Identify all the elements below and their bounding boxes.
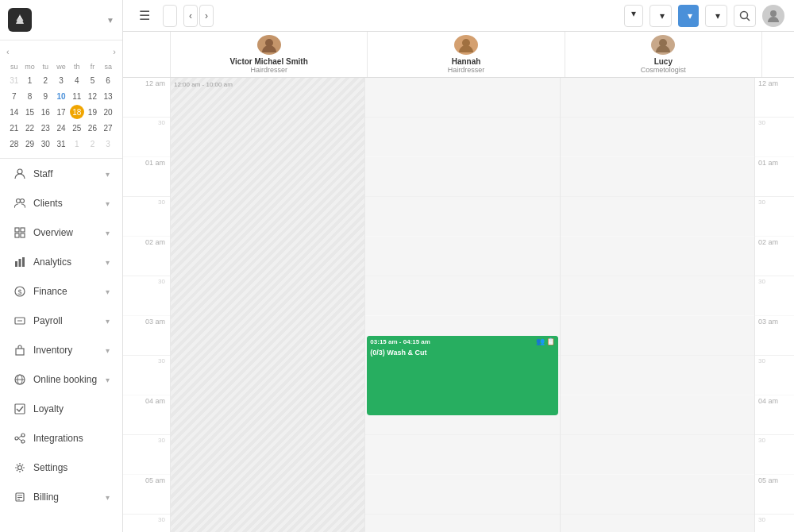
grid-half-cell [365, 435, 559, 475]
sidebar-item-online-booking[interactable]: Online booking ▾ [3, 365, 119, 394]
right-hour-row: 02 am [755, 237, 794, 276]
sidebar-item-label: Billing [33, 492, 99, 503]
menu-button[interactable]: ☰ [133, 5, 156, 27]
calendar-day[interactable]: 4 [70, 73, 84, 87]
calendar-today[interactable]: 18 [70, 105, 84, 119]
calendar-day[interactable]: 15 [23, 105, 37, 119]
right-half-row: 30 [755, 356, 794, 395]
svg-point-31 [770, 10, 777, 17]
calendar-day[interactable]: 10 [54, 89, 68, 103]
calendar-day[interactable]: 27 [101, 121, 115, 135]
svg-point-1 [17, 199, 21, 203]
grid-col-lucy[interactable] [561, 78, 754, 532]
half-label: 30 [123, 119, 170, 126]
svg-point-24 [18, 466, 22, 470]
grid-hour-cell [561, 157, 754, 197]
calendar-day[interactable]: 30 [38, 137, 52, 151]
day-dropdown[interactable]: ▾ [649, 5, 672, 27]
staff-col-lucy: Lucy Cosmetologist [565, 32, 762, 77]
appointment[interactable]: 03:15 am - 04:15 am 👥 📋 (0/3) Wash & Cut [367, 336, 557, 415]
sidebar-item-label: Integrations [33, 433, 110, 444]
calendar-day[interactable]: 1 [23, 73, 37, 87]
calendar-day[interactable]: 28 [7, 137, 21, 151]
user-avatar[interactable] [762, 5, 784, 27]
budget-dropdown[interactable]: ▾ [624, 5, 643, 27]
logo-icon [8, 8, 32, 32]
calendar-day[interactable]: 5 [85, 73, 99, 87]
sidebar-item-staff[interactable]: Staff ▾ [3, 160, 119, 188]
right-hour-label: 05 am [755, 476, 794, 484]
sidebar-item-loyalty[interactable]: Loyalty [3, 395, 119, 423]
calendar-day[interactable]: 6 [101, 73, 115, 87]
calendar-day[interactable]: 1 [70, 137, 84, 151]
sidebar-item-clients[interactable]: Clients ▾ [3, 189, 119, 218]
hour-row: 01 am [123, 157, 170, 197]
calendar-day[interactable]: 25 [70, 121, 84, 135]
calendar-day[interactable]: 9 [38, 89, 52, 103]
search-button[interactable] [734, 5, 756, 27]
week-dropdown[interactable]: ▾ [705, 5, 727, 27]
sidebar-item-inventory[interactable]: Inventory ▾ [3, 336, 119, 364]
staff-icon [13, 167, 27, 181]
sidebar-item-overview[interactable]: Overview ▾ [3, 218, 119, 247]
today-button[interactable] [163, 5, 177, 27]
calendar-day[interactable]: 13 [101, 89, 115, 103]
calendar-day[interactable]: 2 [85, 137, 99, 151]
calendar-day[interactable]: 21 [7, 121, 21, 135]
right-time-row: 03 am 30 [755, 316, 794, 395]
sidebar-item-billing[interactable]: Billing ▾ [3, 483, 119, 511]
calendar-day[interactable]: 20 [101, 105, 115, 119]
calendar-day[interactable]: 29 [23, 137, 37, 151]
calendar-day[interactable]: 3 [101, 137, 115, 151]
grid-hour-cell [561, 395, 754, 435]
sidebar-item-label: Loyalty [33, 403, 110, 414]
prev-date-button[interactable]: ‹ [183, 5, 198, 27]
calendar-day[interactable]: 16 [38, 105, 52, 119]
calendar-grid: su mo tu we th fr sa 31 1 2 3 4 5 6 7 8 … [6, 61, 116, 152]
grid-col-hannah[interactable]: 03:15 am - 04:15 am 👥 📋 (0/3) Wash & Cut… [365, 78, 560, 532]
sidebar-item-payroll[interactable]: Payroll ▾ [3, 306, 119, 335]
sidebar-item-label: Settings [33, 462, 110, 473]
calendar-day[interactable]: 7 [7, 89, 21, 103]
prev-month-button[interactable]: ‹ [6, 47, 10, 56]
calendar-day[interactable]: 26 [85, 121, 99, 135]
grid-half-cell [561, 435, 754, 475]
calendar-day[interactable]: 31 [54, 137, 68, 151]
staff-col-victor: Victor Michael Smith Hairdresser [171, 32, 368, 77]
app-logo[interactable]: ▼ [0, 0, 122, 40]
calendar-day[interactable]: 31 [7, 73, 21, 87]
sidebar-item-integrations[interactable]: Integrations [3, 424, 119, 453]
sidebar-item-settings[interactable]: Settings [3, 453, 119, 482]
positions-dropdown[interactable]: ▾ [678, 5, 699, 27]
time-row: 03 am 30 [123, 316, 170, 395]
calendar-day[interactable]: 23 [38, 121, 52, 135]
calendar-day[interactable]: 11 [70, 89, 84, 103]
online-booking-chevron-icon: ▾ [106, 376, 110, 384]
svg-point-19 [15, 437, 18, 440]
sidebar-item-finance[interactable]: $ Finance ▾ [3, 277, 119, 306]
calendar-day[interactable]: 8 [23, 89, 37, 103]
finance-chevron-icon: ▾ [106, 287, 110, 296]
grid-col-victor[interactable]: 12:00 am - 10:00 am [171, 78, 365, 532]
calendar-day[interactable]: 12 [85, 89, 99, 103]
next-date-button[interactable]: › [199, 5, 214, 27]
sidebar-item-label: Finance [33, 286, 99, 297]
staff-header: Victor Michael Smith Hairdresser Hannah … [123, 32, 794, 78]
calendar-body[interactable]: 12 am 30 01 am 30 02 am 30 03 am [123, 78, 794, 532]
grid-hour-cell [561, 237, 754, 276]
time-row: 02 am 30 [123, 237, 170, 316]
calendar-day[interactable]: 14 [7, 105, 21, 119]
calendar-day[interactable]: 17 [54, 105, 68, 119]
half-row: 30 [123, 356, 170, 395]
calendar-day[interactable]: 24 [54, 121, 68, 135]
sidebar-item-analytics[interactable]: Analytics ▾ [3, 248, 119, 276]
next-month-button[interactable]: › [113, 47, 116, 56]
calendar-day[interactable]: 19 [85, 105, 99, 119]
calendar-day[interactable]: 2 [38, 73, 52, 87]
half-row: 30 [123, 276, 170, 316]
calendar-day[interactable]: 22 [23, 121, 37, 135]
calendar-day[interactable]: 3 [54, 73, 68, 87]
payroll-chevron-icon: ▾ [106, 317, 110, 326]
right-half-row: 30 [755, 118, 794, 157]
finance-icon: $ [13, 284, 27, 299]
